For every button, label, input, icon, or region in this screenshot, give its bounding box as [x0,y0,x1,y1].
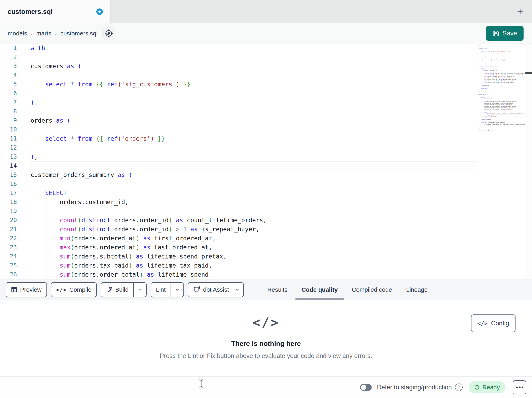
compile-button[interactable]: </> Compile [51,282,97,297]
code-line-16[interactable]: 16 [0,179,532,189]
line-content[interactable] [31,143,478,152]
breadcrumb-item-customers-sql[interactable]: customers.sql [60,30,98,37]
line-content[interactable]: customer_orders_summary as ( [31,170,478,179]
line-content[interactable] [31,52,478,62]
code-line-23[interactable]: 23 max(orders.ordered_at) as last_ordere… [0,243,532,252]
line-content[interactable]: count(distinct orders.order_id) as count… [31,215,478,225]
code-line-22[interactable]: 22 min(orders.ordered_at) as first_order… [0,234,532,243]
line-number[interactable]: 18 [0,197,17,207]
line-number[interactable]: 22 [0,234,17,243]
code-editor[interactable]: 1with23customers as (45 select * from {{… [0,44,532,279]
line-number[interactable]: 14 [0,161,17,170]
code-line-17[interactable]: 17 SELECT [0,189,532,197]
file-navigate-button[interactable] [102,27,115,40]
line-content[interactable]: count(distinct orders.order_id) > 1 as i… [31,225,478,234]
line-content[interactable]: sum(orders.tax_paid) as lifetime_tax_pai… [31,261,478,270]
line-number[interactable]: 1 [0,44,17,52]
line-number[interactable]: 16 [0,179,17,189]
tab-customers-sql[interactable]: customers.sql [0,0,111,23]
tab-results[interactable]: Results [267,280,287,300]
breadcrumb-item-marts[interactable]: marts [36,30,51,37]
code-line-3[interactable]: 3customers as ( [0,62,532,71]
line-number[interactable]: 17 [0,189,17,197]
line-number[interactable]: 26 [0,270,17,279]
code-line-10[interactable]: 10 [0,125,532,134]
line-number[interactable]: 7 [0,98,17,107]
minimap[interactable]: with customers as ( select * from {{ ref… [478,44,525,131]
code-line-14[interactable]: 14 [0,161,532,170]
line-number[interactable]: 13 [0,152,17,161]
line-content[interactable]: select * from {{ ref('orders') }} [31,134,478,143]
code-line-1[interactable]: 1with [0,44,532,52]
line-number[interactable]: 10 [0,125,17,134]
breadcrumb-item-models[interactable]: models [8,30,27,37]
help-icon[interactable]: ? [455,384,462,391]
line-content[interactable]: min(orders.ordered_at) as first_ordered_… [31,234,478,243]
code-line-15[interactable]: 15customer_orders_summary as ( [0,170,532,179]
code-line-18[interactable]: 18 orders.customer_id, [0,197,532,207]
line-number[interactable]: 21 [0,225,17,234]
code-line-21[interactable]: 21 count(distinct orders.order_id) > 1 a… [0,225,532,234]
line-content[interactable] [31,89,478,98]
line-content[interactable] [31,125,478,134]
overview-ruler[interactable] [525,44,532,279]
code-line-4[interactable]: 4 [0,71,532,80]
line-number[interactable]: 2 [0,52,17,62]
dbt-assist-dropdown[interactable] [234,283,243,297]
line-content[interactable]: sum(orders.order_total) as lifetime_spen… [31,270,478,279]
save-button[interactable]: Save [486,26,524,41]
line-content[interactable]: customers as ( [31,62,478,71]
code-line-25[interactable]: 25 sum(orders.tax_paid) as lifetime_tax_… [0,261,532,270]
defer-toggle[interactable] [360,384,372,391]
line-number[interactable]: 12 [0,143,17,152]
line-number[interactable]: 25 [0,261,17,270]
ready-status-badge[interactable]: Ready [469,381,506,393]
config-button[interactable]: </> Config [471,314,515,332]
line-content[interactable] [31,161,478,170]
line-number[interactable]: 24 [0,252,17,261]
line-content[interactable]: select * from {{ ref('stg_customers') }} [31,80,478,89]
code-line-26[interactable]: 26 sum(orders.order_total) as lifetime_s… [0,270,532,279]
line-number[interactable]: 4 [0,71,17,80]
line-number[interactable]: 15 [0,170,17,179]
lint-dropdown-button[interactable] [171,283,184,297]
line-number[interactable]: 5 [0,80,17,89]
tab-compiled-code[interactable]: Compiled code [352,280,392,300]
code-line-9[interactable]: 9orders as ( [0,116,532,125]
code-line-11[interactable]: 11 select * from {{ ref('orders') }} [0,134,532,143]
line-content[interactable]: ), [31,98,478,107]
line-content[interactable] [31,207,478,215]
line-content[interactable] [31,107,478,116]
build-button[interactable]: Build [101,283,133,297]
line-content[interactable]: sum(orders.subtotal) as lifetime_spend_p… [31,252,478,261]
code-line-2[interactable]: 2 [0,52,532,62]
tab-code-quality[interactable]: Code quality [302,280,338,300]
code-line-12[interactable]: 12 [0,143,532,152]
preview-button[interactable]: Preview [6,282,47,297]
code-line-8[interactable]: 8 [0,107,532,116]
line-content[interactable]: ), [31,152,478,161]
dbt-assist-button[interactable]: dbt Assist [188,282,244,297]
line-number[interactable]: 6 [0,89,17,98]
line-number[interactable]: 19 [0,207,17,215]
tab-lineage[interactable]: Lineage [406,280,428,300]
code-line-19[interactable]: 19 [0,207,532,215]
line-number[interactable]: 11 [0,134,17,143]
line-content[interactable] [31,71,478,80]
code-line-20[interactable]: 20 count(distinct orders.order_id) as co… [0,215,532,225]
code-line-7[interactable]: 7), [0,98,532,107]
line-number[interactable]: 3 [0,62,17,71]
line-number[interactable]: 9 [0,116,17,125]
code-line-6[interactable]: 6 [0,89,532,98]
line-content[interactable] [31,179,478,189]
code-line-13[interactable]: 13), [0,152,532,161]
code-line-5[interactable]: 5 select * from {{ ref('stg_customers') … [0,80,532,89]
line-content[interactable]: orders as ( [31,116,478,125]
line-number[interactable]: 20 [0,215,17,225]
line-number[interactable]: 8 [0,107,17,116]
line-number[interactable]: 23 [0,243,17,252]
line-content[interactable]: max(orders.ordered_at) as last_ordered_a… [31,243,478,252]
line-content[interactable]: with [31,44,478,52]
new-tab-button[interactable]: + [508,0,532,23]
build-dropdown-button[interactable] [133,283,146,297]
